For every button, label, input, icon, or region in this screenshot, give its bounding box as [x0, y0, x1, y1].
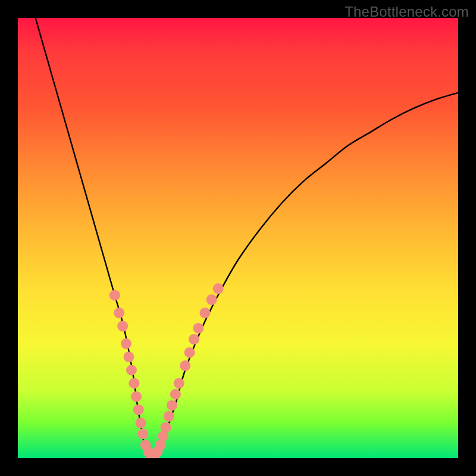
highlight-dot — [180, 361, 190, 371]
highlight-dot — [161, 422, 171, 433]
highlight-dot — [117, 321, 128, 331]
highlight-dot — [193, 323, 203, 334]
highlight-dot — [137, 428, 148, 439]
highlight-dot — [174, 378, 184, 389]
highlight-dot — [184, 347, 195, 358]
plot-area — [18, 18, 458, 458]
chart-frame: TheBottleneck.com — [0, 0, 476, 476]
curve-layer — [18, 18, 458, 458]
highlight-dot — [200, 308, 211, 318]
bottleneck-curve — [36, 18, 458, 458]
highlight-dot — [129, 378, 139, 389]
highlight-dot — [189, 334, 199, 345]
highlight-dot — [109, 290, 120, 300]
highlight-dot — [164, 411, 174, 422]
highlight-dot — [133, 405, 144, 415]
highlight-dot — [121, 339, 131, 349]
highlight-dot — [124, 352, 134, 362]
highlight-dot — [114, 308, 124, 318]
highlight-dot — [213, 283, 224, 294]
highlight-dot — [167, 400, 177, 411]
highlight-dot — [206, 295, 217, 305]
highlight-dot — [170, 389, 181, 400]
highlight-dot — [131, 391, 142, 402]
highlight-dot — [136, 418, 146, 428]
highlight-dots — [109, 283, 224, 458]
watermark-text: TheBottleneck.com — [345, 4, 469, 20]
highlight-dot — [126, 365, 137, 375]
